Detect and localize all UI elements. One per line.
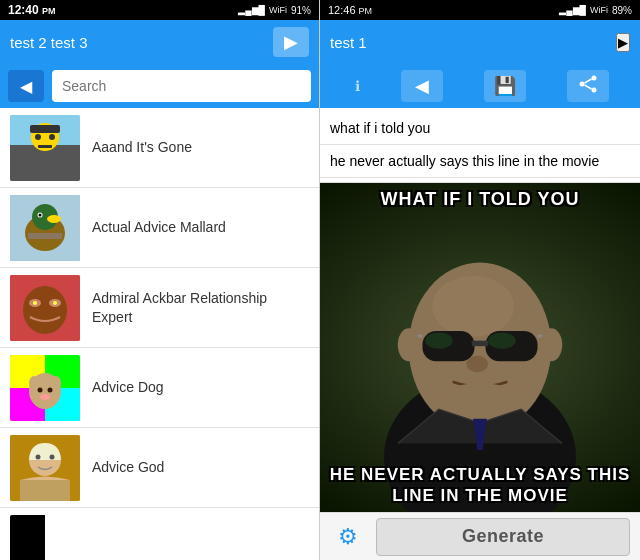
meme-name: Advice God <box>92 458 164 476</box>
left-time: 12:40 PM <box>8 3 56 17</box>
meme-thumb-bottom <box>10 515 80 561</box>
meme-name: Actual Advice Mallard <box>92 218 226 236</box>
svg-rect-13 <box>28 233 62 239</box>
svg-point-36 <box>580 82 585 87</box>
svg-point-35 <box>592 76 597 81</box>
svg-line-39 <box>585 79 592 83</box>
list-item[interactable]: Admiral Ackbar Relationship Expert <box>0 268 319 348</box>
list-item[interactable]: Advice Dog <box>0 348 319 428</box>
svg-point-53 <box>439 383 521 416</box>
search-input[interactable] <box>52 70 311 102</box>
left-tab-title: test 2 test 3 <box>10 34 273 51</box>
meme-top-text: WHAT IF I TOLD YOU <box>320 189 640 210</box>
list-item[interactable]: Advice God <box>0 428 319 508</box>
bottom-text-input[interactable] <box>320 145 640 178</box>
svg-point-19 <box>53 301 57 305</box>
svg-rect-34 <box>20 480 70 501</box>
right-next-button[interactable]: ▶ <box>616 33 630 52</box>
save-button[interactable]: 💾 <box>484 70 526 102</box>
morpheus-image <box>320 183 640 512</box>
list-item[interactable]: Actual Advice Mallard <box>0 188 319 268</box>
svg-point-33 <box>50 454 55 459</box>
info-dot: ℹ <box>355 78 360 94</box>
left-status-bar: 12:40 PM ▂▄▆█ WiFi 91% <box>0 0 319 20</box>
right-tab-title: test 1 <box>330 34 616 51</box>
left-panel: 12:40 PM ▂▄▆█ WiFi 91% test 2 test 3 ▶ ◀ <box>0 0 320 560</box>
svg-point-32 <box>36 454 41 459</box>
meme-thumb-mallard <box>10 195 80 261</box>
generate-button[interactable]: Generate <box>376 518 630 556</box>
right-battery: 89% <box>612 5 632 16</box>
meme-bottom-text: HE NEVER ACTUALLY SAYS THIS LINE IN THE … <box>320 465 640 506</box>
svg-point-15 <box>23 286 67 334</box>
right-arrow-icon: ▶ <box>618 35 628 50</box>
svg-point-44 <box>432 276 514 336</box>
svg-point-48 <box>425 332 452 348</box>
left-battery: 91% <box>291 5 311 16</box>
right-toolbar: ℹ ◀ 💾 <box>320 64 640 108</box>
svg-rect-3 <box>30 125 60 133</box>
meme-name: Aaand It's Gone <box>92 138 192 156</box>
svg-point-25 <box>29 376 39 390</box>
svg-point-12 <box>39 213 42 216</box>
right-signal-icon: ▂▄▆█ <box>559 5 586 15</box>
svg-point-5 <box>49 134 55 140</box>
left-signal-icon: ▂▄▆█ <box>238 5 265 15</box>
svg-point-37 <box>592 88 597 93</box>
svg-line-38 <box>585 85 592 89</box>
svg-rect-6 <box>38 145 52 148</box>
share-button[interactable] <box>567 70 609 102</box>
meme-thumb-dog <box>10 355 80 421</box>
right-status-bar: 12:46 PM ▂▄▆█ WiFi 89% <box>320 0 640 20</box>
meme-display: WHAT IF I TOLD YOU HE NEVER ACTUALLY SAY… <box>320 183 640 512</box>
svg-point-54 <box>398 328 420 361</box>
back-button[interactable]: ◀ <box>401 70 443 102</box>
svg-point-28 <box>48 387 53 392</box>
list-item[interactable] <box>0 508 319 560</box>
svg-point-27 <box>38 387 43 392</box>
search-bar: ◀ <box>0 64 319 108</box>
meme-list: Aaand It's Gone Actual Advice Mallard <box>0 108 319 560</box>
list-item[interactable]: Aaand It's Gone <box>0 108 319 188</box>
back-arrow-icon: ◀ <box>20 77 32 96</box>
left-time-value: 12:40 <box>8 3 39 17</box>
back-arrow-icon: ◀ <box>415 75 429 97</box>
svg-point-10 <box>47 215 61 223</box>
meme-thumb-southpark <box>10 115 80 181</box>
text-inputs <box>320 108 640 183</box>
svg-point-55 <box>540 328 562 361</box>
right-status-icons: ▂▄▆█ WiFi 89% <box>559 5 632 16</box>
gear-icon: ⚙ <box>338 524 358 550</box>
right-top-bar: test 1 ▶ <box>320 20 640 64</box>
svg-point-49 <box>488 332 515 348</box>
right-time: 12:46 PM <box>328 4 372 16</box>
svg-rect-47 <box>472 341 488 346</box>
meme-thumb-god <box>10 435 80 501</box>
meme-name: Admiral Ackbar Relationship Expert <box>92 289 309 325</box>
meme-thumb-ackbar <box>10 275 80 341</box>
bottom-bar: ⚙ Generate <box>320 512 640 560</box>
settings-button[interactable]: ⚙ <box>330 519 366 555</box>
right-time-suffix: PM <box>359 6 373 16</box>
save-icon: 💾 <box>494 75 516 97</box>
left-status-icons: ▂▄▆█ WiFi 91% <box>238 5 311 16</box>
svg-point-52 <box>466 356 488 372</box>
svg-point-26 <box>51 376 61 390</box>
right-time-value: 12:46 <box>328 4 356 16</box>
svg-point-4 <box>35 134 41 140</box>
share-icon <box>578 74 598 98</box>
left-time-suffix: PM <box>42 6 56 16</box>
svg-point-29 <box>40 394 50 400</box>
left-next-button[interactable]: ▶ <box>273 27 309 57</box>
left-top-bar: test 2 test 3 ▶ <box>0 20 319 64</box>
right-panel: 12:46 PM ▂▄▆█ WiFi 89% test 1 ▶ ℹ ◀ 💾 <box>320 0 640 560</box>
left-wifi-icon: WiFi <box>269 5 287 15</box>
search-back-button[interactable]: ◀ <box>8 70 44 102</box>
svg-point-18 <box>33 301 37 305</box>
meme-name: Advice Dog <box>92 378 164 396</box>
top-text-input[interactable] <box>320 112 640 145</box>
right-arrow-icon: ▶ <box>284 31 298 53</box>
right-wifi-icon: WiFi <box>590 5 608 15</box>
